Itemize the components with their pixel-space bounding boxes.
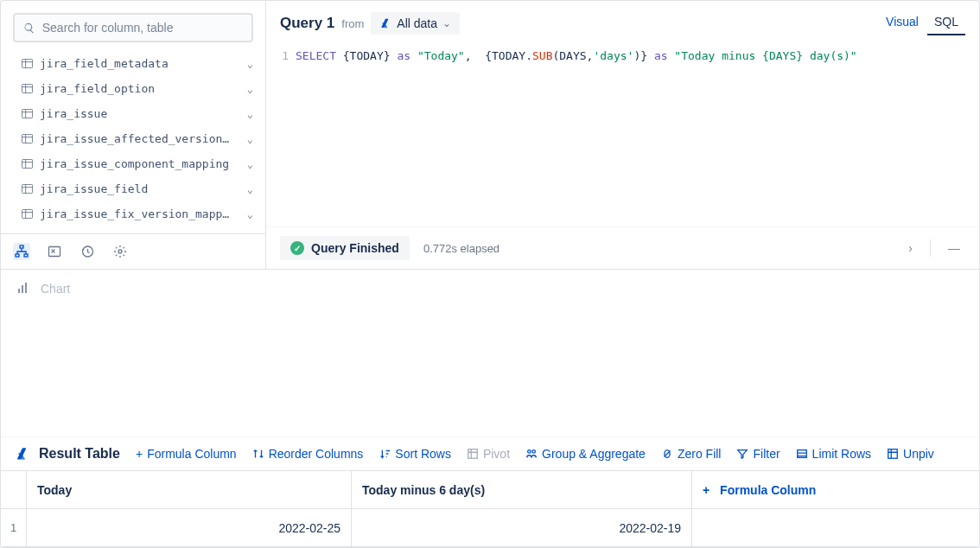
sort-rows-button[interactable]: Sort Rows [379, 447, 451, 461]
data-cell[interactable]: 2022-02-19 [352, 509, 692, 547]
svg-rect-6 [22, 109, 33, 118]
status-bar: ✓ Query Finished 0.772s elapsed › — [266, 226, 979, 269]
schema-sidebar: jira_field_metadata ⌄ jira_field_option … [1, 1, 266, 269]
svg-rect-0 [22, 59, 33, 67]
result-table: Today Today minus 6 day(s) + Formula Col… [1, 470, 979, 547]
from-label: from [341, 17, 364, 30]
filter-button[interactable]: Filter [736, 447, 780, 461]
chevron-down-icon: ⌄ [247, 83, 253, 95]
table-icon [22, 209, 33, 219]
table-name: jira_field_metadata [40, 57, 240, 70]
table-name: jira_issue_component_mapping [40, 157, 240, 170]
table-name: jira_issue_affected_version… [40, 132, 240, 145]
add-formula-column[interactable]: + Formula Column [692, 471, 979, 509]
svg-rect-18 [22, 209, 33, 218]
svg-point-29 [118, 250, 122, 253]
collapse-icon[interactable]: — [943, 239, 965, 257]
table-item[interactable]: jira_issue ⌄ [16, 101, 258, 126]
chevron-down-icon: ⌄ [247, 208, 253, 220]
row-number: 1 [1, 509, 27, 547]
history-icon[interactable] [79, 243, 96, 260]
expand-icon[interactable]: › [903, 239, 918, 257]
table-name: jira_issue_fix_version_mapp… [40, 207, 240, 220]
svg-point-34 [528, 450, 531, 454]
data-cell[interactable] [692, 509, 979, 547]
pivot-button[interactable]: Pivot [467, 447, 510, 461]
column-header[interactable]: Today minus 6 day(s) [352, 471, 692, 509]
table-item[interactable]: jira_issue_component_mapping ⌄ [16, 151, 258, 176]
svg-rect-15 [22, 184, 33, 193]
elapsed-text: 0.772s elapsed [423, 242, 500, 255]
column-header[interactable]: Today [27, 471, 352, 509]
table-name: jira_field_option [40, 82, 240, 95]
svg-rect-9 [22, 134, 33, 143]
row-header-corner [1, 471, 27, 509]
status-text: Query Finished [311, 241, 399, 255]
sql-code: SELECT {TODAY} as "Today", {TODAY.SUB(DA… [296, 49, 857, 221]
zero-fill-button[interactable]: Zero Fill [661, 447, 722, 461]
group-aggregate-button[interactable]: Group & Aggregate [525, 447, 646, 461]
svg-rect-33 [468, 449, 478, 459]
gear-icon[interactable] [111, 243, 129, 260]
table-name: jira_issue_field [40, 182, 240, 195]
svg-rect-31 [22, 285, 23, 293]
editor-pane: Query 1 from All data ⌄ Visual SQL 1 SEL… [266, 1, 979, 269]
chevron-down-icon: ⌄ [247, 133, 253, 145]
table-list: jira_field_metadata ⌄ jira_field_option … [1, 51, 265, 233]
svg-rect-24 [20, 245, 23, 248]
svg-point-35 [532, 450, 536, 454]
sidebar-toolbar [1, 233, 265, 269]
check-icon: ✓ [290, 241, 304, 255]
table-icon [22, 59, 33, 68]
chevron-down-icon: ⌄ [247, 58, 253, 70]
svg-rect-26 [24, 254, 28, 257]
search-input[interactable] [42, 21, 243, 35]
chevron-down-icon: ⌄ [247, 108, 253, 120]
tab-visual[interactable]: Visual [879, 11, 926, 35]
chevron-down-icon: ⌄ [247, 183, 253, 195]
atlassian-icon [379, 17, 391, 29]
source-name: All data [397, 16, 437, 30]
table-icon [22, 134, 33, 143]
chevron-down-icon: ⌄ [247, 158, 253, 170]
chevron-down-icon: ⌄ [442, 17, 451, 29]
zero-icon [661, 448, 673, 460]
line-number: 1 [275, 49, 296, 221]
svg-rect-12 [22, 159, 33, 168]
formula-column-button[interactable]: +Formula Column [136, 447, 237, 461]
sql-editor[interactable]: 1 SELECT {TODAY} as "Today", {TODAY.SUB(… [266, 44, 979, 226]
chart-label: Chart [41, 282, 70, 296]
table-item[interactable]: jira_issue_field ⌄ [16, 176, 258, 201]
result-title: Result Table [15, 446, 120, 462]
data-cell[interactable]: 2022-02-25 [27, 509, 352, 547]
limit-rows-button[interactable]: Limit Rows [796, 447, 871, 461]
plus-icon: + [703, 483, 710, 497]
table-item[interactable]: jira_field_option ⌄ [16, 76, 258, 101]
svg-rect-38 [888, 449, 898, 459]
chart-section: Chart [1, 270, 979, 308]
table-icon [22, 109, 33, 118]
svg-rect-27 [49, 247, 60, 257]
limit-icon [796, 448, 808, 460]
svg-rect-25 [16, 254, 19, 257]
tab-sql[interactable]: SQL [927, 11, 965, 35]
reorder-columns-button[interactable]: Reorder Columns [252, 447, 364, 461]
table-item[interactable]: jira_issue_affected_version… ⌄ [16, 126, 258, 151]
data-source-selector[interactable]: All data ⌄ [371, 12, 460, 35]
schema-tree-icon[interactable] [13, 243, 30, 260]
unpivot-button[interactable]: Unpiv [887, 447, 934, 461]
search-box[interactable] [13, 13, 253, 42]
result-toolbar: Result Table +Formula Column Reorder Col… [1, 436, 979, 470]
table-item[interactable]: jira_issue_history ⌄ [16, 226, 258, 233]
chart-icon[interactable] [16, 281, 30, 297]
reorder-icon [252, 448, 264, 460]
svg-rect-32 [25, 283, 27, 293]
svg-rect-30 [18, 289, 20, 293]
table-icon [22, 159, 33, 169]
unpivot-icon [887, 448, 899, 460]
table-name: jira_issue [40, 107, 240, 120]
table-item[interactable]: jira_issue_fix_version_mapp… ⌄ [16, 201, 258, 226]
table-item[interactable]: jira_field_metadata ⌄ [16, 51, 258, 76]
variables-icon[interactable] [46, 243, 63, 260]
query-status: ✓ Query Finished [280, 236, 410, 260]
